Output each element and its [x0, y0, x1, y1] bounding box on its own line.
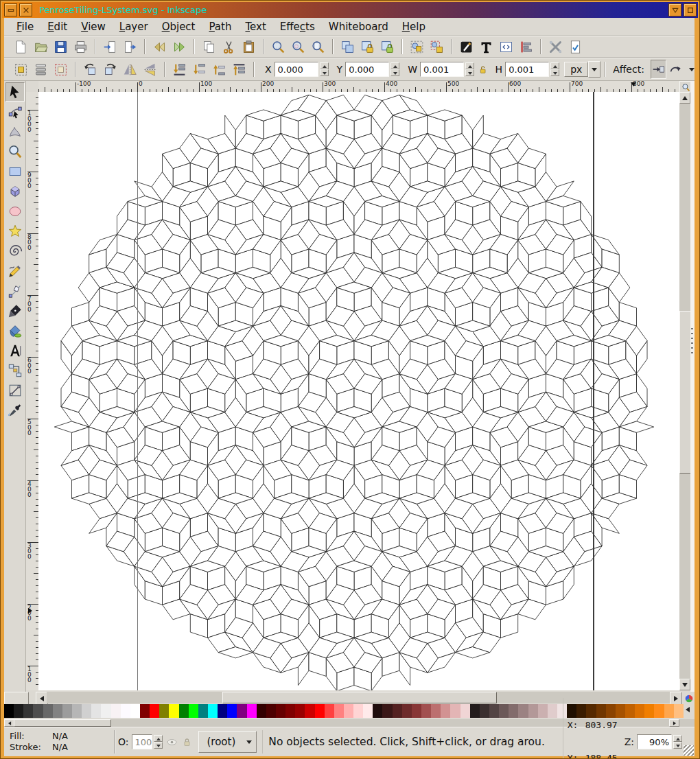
tool-zoom[interactable] [5, 142, 25, 161]
raise-button[interactable] [209, 60, 229, 80]
palette-swatch[interactable] [635, 704, 644, 718]
tool-gradient[interactable] [5, 381, 25, 400]
preferences-button[interactable] [546, 37, 565, 57]
y-input[interactable]: 0.000 [345, 62, 389, 77]
tool-star[interactable] [5, 222, 25, 241]
palette-swatch[interactable] [644, 704, 654, 718]
palette-swatch[interactable] [664, 704, 674, 718]
edit-cut-button[interactable] [219, 37, 239, 57]
tool-connector[interactable] [5, 361, 25, 380]
fill-stroke-indicator[interactable]: Fill:N/A Stroke:N/A [4, 731, 111, 753]
maximize-button[interactable] [684, 3, 697, 16]
dialog-align-button[interactable] [516, 37, 536, 57]
palette-swatch[interactable] [23, 704, 33, 718]
document-properties-button[interactable] [565, 37, 585, 57]
horizontal-ruler[interactable]: -1000100200300400500600700800 [38, 81, 679, 93]
menu-help[interactable]: Help [395, 19, 432, 34]
palette-swatch[interactable] [344, 704, 353, 718]
x-spinner[interactable] [320, 62, 329, 76]
palette-swatch[interactable] [237, 704, 246, 718]
menu-view[interactable]: View [74, 19, 113, 34]
vertical-ruler[interactable]: 1000900800700600500400300200100 [26, 92, 39, 690]
tool-tweak[interactable] [5, 122, 25, 141]
palette-swatch[interactable] [625, 704, 635, 718]
unit-dropdown-arrow-icon[interactable] [588, 61, 600, 78]
palette-swatch[interactable] [169, 704, 178, 718]
palette-swatch[interactable] [91, 704, 101, 718]
palette-swatch[interactable] [518, 704, 528, 718]
palette-swatch[interactable] [305, 704, 314, 718]
palette-swatch[interactable] [421, 704, 431, 718]
tool-selector[interactable] [5, 82, 25, 102]
palette-swatch[interactable] [257, 704, 266, 718]
h-spinner[interactable] [550, 62, 559, 76]
edit-undo-button[interactable] [150, 37, 170, 57]
zoom-input[interactable]: 90% [637, 734, 672, 749]
menu-path[interactable]: Path [202, 19, 238, 34]
w-spinner[interactable] [465, 62, 474, 76]
lock-width-height-button[interactable] [476, 62, 489, 77]
tool-pencil[interactable] [5, 261, 25, 281]
palette-swatch[interactable] [111, 704, 121, 718]
palette-swatch[interactable] [325, 704, 334, 718]
palette-swatch[interactable] [72, 704, 82, 718]
edit-duplicate-button[interactable] [338, 37, 358, 57]
palette-swatch[interactable] [62, 704, 72, 718]
tool-spiral[interactable] [5, 242, 25, 261]
dialog-xml-button[interactable] [496, 37, 516, 57]
tool-ellipse[interactable] [5, 202, 25, 221]
opacity-input[interactable]: 100 [132, 734, 152, 749]
selection-ungroup-button[interactable] [427, 37, 447, 57]
palette-swatch[interactable] [33, 704, 43, 718]
menu-text[interactable]: Text [238, 19, 272, 34]
edit-copy-button[interactable] [199, 37, 219, 57]
palette-swatch[interactable] [489, 704, 499, 718]
menu-object[interactable]: Object [155, 19, 202, 34]
flip-horizontal-button[interactable] [120, 60, 140, 80]
palette-scrollbar-thumb[interactable] [14, 719, 111, 727]
h-input[interactable]: 0.001 [505, 62, 549, 77]
affect-move-toggle[interactable] [651, 60, 667, 79]
deselect-button[interactable] [51, 60, 71, 80]
tool-box-3d[interactable] [5, 182, 25, 201]
tool-rectangle[interactable] [5, 162, 25, 181]
tool-text[interactable] [5, 341, 25, 360]
palette-swatch[interactable] [140, 704, 150, 718]
document-import-button[interactable] [100, 37, 120, 57]
menu-layer[interactable]: Layer [113, 19, 155, 34]
palette-scroll-left-icon[interactable] [686, 707, 690, 712]
scroll-down-button[interactable] [679, 679, 690, 690]
tool-paint-bucket[interactable] [5, 321, 25, 340]
palette-swatch[interactable] [460, 704, 470, 718]
tool-pen[interactable] [5, 281, 25, 301]
palette-swatch[interactable] [334, 704, 344, 718]
flip-vertical-button[interactable] [140, 60, 160, 80]
document-open-button[interactable] [31, 37, 51, 57]
scroll-up-button[interactable] [679, 92, 690, 104]
palette-swatch[interactable] [218, 704, 227, 718]
w-input[interactable]: 0.001 [420, 62, 464, 77]
palette-swatch[interactable] [393, 704, 402, 718]
palette-swatch[interactable] [315, 704, 325, 718]
palette-swatch[interactable] [353, 704, 363, 718]
layer-lock-toggle[interactable] [181, 736, 193, 748]
edit-paste-button[interactable] [239, 37, 259, 57]
lower-bottom-button[interactable] [170, 60, 189, 80]
document-new-button[interactable] [11, 37, 31, 57]
palette-swatch[interactable] [53, 704, 62, 718]
edit-redo-button[interactable] [170, 37, 189, 57]
y-spinner[interactable] [390, 62, 399, 76]
document-print-button[interactable] [71, 37, 91, 57]
minimize-button[interactable] [4, 3, 17, 16]
palette-swatch[interactable] [150, 704, 159, 718]
vertical-scrollbar[interactable] [679, 92, 690, 690]
palette-swatch[interactable] [528, 704, 538, 718]
palette-swatch[interactable] [285, 704, 295, 718]
dialog-text-button[interactable] [476, 37, 496, 57]
horizontal-scrollbar-thumb[interactable] [222, 692, 497, 703]
palette-swatch[interactable] [208, 704, 218, 718]
selection-group-button[interactable] [407, 37, 427, 57]
window-resize-grip[interactable] [684, 745, 694, 756]
opacity-spinner[interactable] [154, 735, 163, 749]
menu-effects[interactable]: Effects [273, 19, 322, 34]
